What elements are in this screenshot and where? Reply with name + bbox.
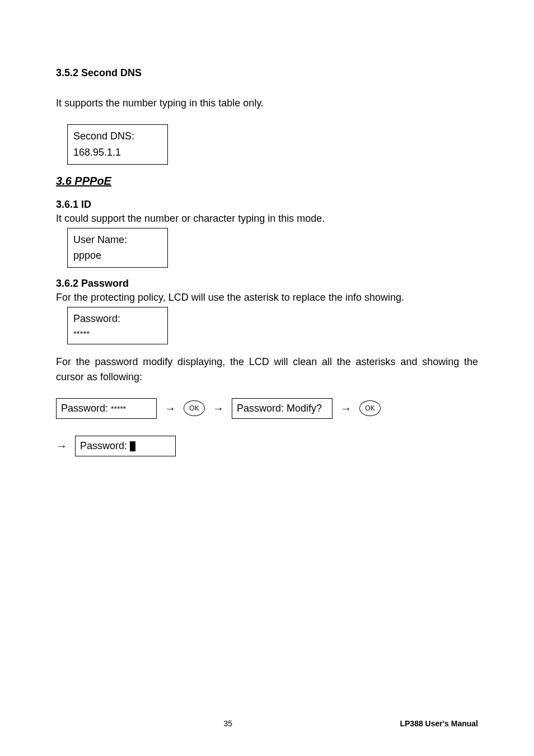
page-footer: 35 LP388 User's Manual bbox=[0, 719, 534, 728]
page-number: 35 bbox=[223, 719, 232, 728]
cursor-icon bbox=[130, 441, 135, 451]
arrow-right-icon: → bbox=[340, 402, 352, 415]
heading-3-6-1: 3.6.1 ID bbox=[56, 199, 478, 211]
arrow-right-icon: → bbox=[56, 440, 67, 452]
password-modify-flow-row1: Password: ***** → OK → Password: Modify?… bbox=[56, 398, 478, 419]
doc-title: LP388 User's Manual bbox=[400, 719, 478, 728]
lcd-password-step1: Password: ***** bbox=[56, 398, 157, 419]
lcd-line: Second DNS: bbox=[73, 128, 162, 144]
lcd-line: Password: bbox=[80, 440, 127, 451]
arrow-right-icon: → bbox=[165, 402, 176, 415]
body-3-6-1: It could support the number or character… bbox=[56, 213, 478, 225]
arrow-right-icon: → bbox=[213, 402, 224, 415]
lcd-line: Password: bbox=[61, 403, 108, 414]
lcd-password-step2: Password: Modify? bbox=[232, 398, 332, 419]
lcd-line: Modify? bbox=[287, 403, 322, 414]
ok-button-icon: OK bbox=[359, 400, 381, 416]
lcd-second-dns: Second DNS: 168.95.1.1 bbox=[67, 124, 168, 165]
lcd-line: ***** bbox=[111, 404, 126, 413]
lcd-line: 168.95.1.1 bbox=[73, 144, 162, 161]
heading-3-6-2: 3.6.2 Password bbox=[56, 278, 478, 290]
lcd-line: Password: bbox=[73, 311, 162, 327]
body-3-6-2-b: For the password modify displaying, the … bbox=[56, 354, 478, 385]
title-3-6: 3.6 PPPoE bbox=[56, 175, 478, 188]
lcd-line: Password: bbox=[237, 403, 284, 414]
lcd-password-step3: Password: bbox=[75, 436, 176, 456]
ok-button-icon: OK bbox=[184, 400, 205, 416]
lcd-password-masked: Password: ***** bbox=[67, 307, 168, 344]
body-3-6-2-a: For the protecting policy, LCD will use … bbox=[56, 292, 478, 304]
lcd-user-name: User Name: pppoe bbox=[67, 228, 168, 268]
heading-3-5-2: 3.5.2 Second DNS bbox=[56, 67, 478, 79]
lcd-line: pppoe bbox=[73, 248, 162, 264]
lcd-line: User Name: bbox=[73, 232, 162, 248]
lcd-line: ***** bbox=[73, 327, 162, 340]
lcd-line bbox=[130, 440, 135, 451]
body-3-5-2: It supports the number typing in this ta… bbox=[56, 96, 478, 111]
password-modify-flow-row2: → Password: bbox=[56, 436, 478, 456]
